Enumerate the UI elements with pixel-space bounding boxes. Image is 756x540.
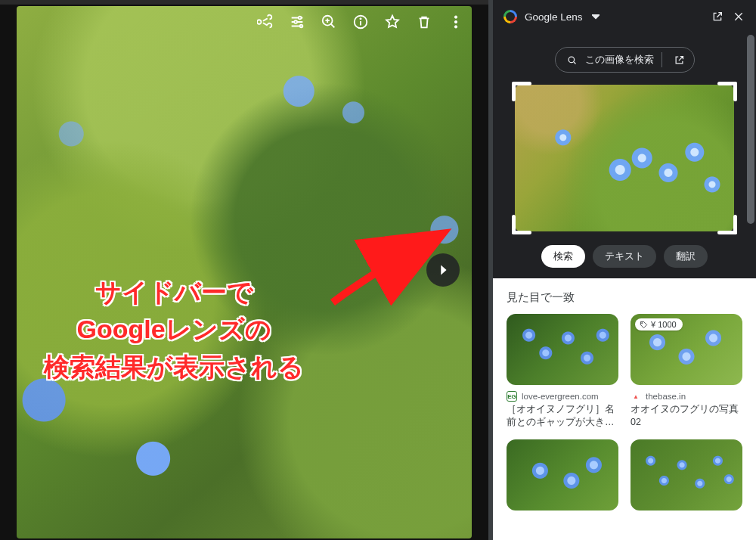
result-card[interactable]: EG love-evergreen.com ［オオイヌノフグリ］名前とのギャップ… — [507, 314, 618, 429]
mode-translate[interactable]: 翻訳 — [664, 245, 708, 268]
result-title: ［オオイヌノフグリ］名前とのギャップが大きい花… — [507, 403, 618, 429]
result-card[interactable]: ¥ 1000 ▲ thebase.in オオイヌのフグリの写真02 — [631, 314, 742, 429]
mode-row: 検索 テキスト 翻訳 — [511, 245, 738, 268]
results-heading: 見た目で一致 — [507, 290, 742, 305]
next-photo-button[interactable] — [426, 253, 460, 287]
result-thumb — [631, 439, 742, 511]
crop-handle-bl[interactable] — [512, 215, 531, 234]
result-thumb — [507, 439, 618, 511]
annotation-line2: Googleレンズの — [0, 311, 348, 348]
annotation-line1: サイドバーで — [0, 274, 348, 311]
close-panel-icon[interactable] — [732, 10, 745, 23]
svg-point-7 — [454, 20, 457, 23]
search-this-image-label: この画像を検索 — [585, 53, 654, 67]
result-title: オオイヌのフグリの写真02 — [631, 403, 742, 429]
main-photo[interactable] — [17, 6, 472, 538]
crop-handle-br[interactable] — [717, 215, 737, 234]
share-icon[interactable] — [257, 14, 274, 30]
result-source: ▲ thebase.in — [631, 391, 742, 402]
price-chip: ¥ 1000 — [635, 318, 683, 331]
tune-icon[interactable] — [289, 14, 305, 30]
results-area: 見た目で一致 EG love-evergreen.com ［オオイヌノフグリ］名… — [493, 278, 756, 540]
panel-body: この画像を検索 検索 テキスト 翻訳 — [493, 33, 756, 540]
delete-icon[interactable] — [416, 14, 432, 30]
search-this-image-button[interactable]: この画像を検索 — [555, 47, 695, 73]
panel-header: Google Lens — [493, 0, 756, 33]
search-open-new-icon[interactable] — [670, 50, 689, 70]
svg-point-5 — [360, 18, 361, 20]
result-card[interactable] — [631, 439, 742, 517]
annotation-text: サイドバーで Googleレンズの 検索結果が表示される — [0, 274, 348, 386]
lens-query-area: この画像を検索 検索 テキスト 翻訳 — [493, 33, 756, 278]
result-source-text: love-evergreen.com — [522, 392, 599, 401]
result-thumb: ¥ 1000 — [631, 314, 742, 385]
google-lens-icon — [503, 10, 517, 23]
svg-point-0 — [299, 17, 302, 20]
panel-title-dropdown[interactable] — [592, 11, 600, 23]
favicon-icon: ▲ — [631, 391, 641, 402]
price-value: ¥ 1000 — [651, 320, 677, 329]
crop-handle-tr[interactable] — [717, 82, 737, 101]
lens-search-icon — [566, 54, 578, 66]
lens-side-panel: Google Lens この画像を検索 — [493, 0, 756, 540]
crop-image — [515, 85, 734, 231]
scrollbar-thumb[interactable] — [747, 35, 754, 224]
tag-icon — [640, 321, 648, 329]
zoom-in-icon[interactable] — [321, 14, 337, 30]
star-icon[interactable] — [384, 14, 401, 30]
favicon-icon: EG — [507, 391, 517, 402]
more-vert-icon[interactable] — [448, 14, 464, 30]
result-thumb — [507, 314, 618, 385]
result-card[interactable] — [507, 439, 618, 517]
svg-point-6 — [454, 16, 457, 18]
viewer-top-edge — [0, 0, 488, 5]
pill-divider — [662, 52, 662, 67]
info-icon[interactable] — [352, 14, 369, 30]
result-source: EG love-evergreen.com — [507, 391, 618, 402]
svg-point-10 — [642, 322, 643, 323]
crop-frame[interactable] — [515, 85, 734, 231]
mode-search[interactable]: 検索 — [541, 245, 585, 268]
result-source-text: thebase.in — [646, 392, 686, 401]
panel-title: Google Lens — [525, 11, 583, 23]
svg-point-8 — [454, 26, 457, 28]
svg-point-9 — [569, 57, 575, 63]
photo-viewer: サイドバーで Googleレンズの 検索結果が表示される — [0, 0, 488, 540]
open-in-new-icon[interactable] — [711, 10, 724, 23]
svg-point-1 — [294, 20, 297, 23]
app-root: サイドバーで Googleレンズの 検索結果が表示される Google Lens — [0, 0, 756, 540]
crop-handle-tl[interactable] — [512, 82, 531, 101]
mode-text[interactable]: テキスト — [593, 245, 656, 268]
annotation-line3: 検索結果が表示される — [0, 349, 348, 386]
results-grid: EG love-evergreen.com ［オオイヌノフグリ］名前とのギャップ… — [507, 314, 742, 517]
viewer-toolbar — [257, 14, 464, 30]
